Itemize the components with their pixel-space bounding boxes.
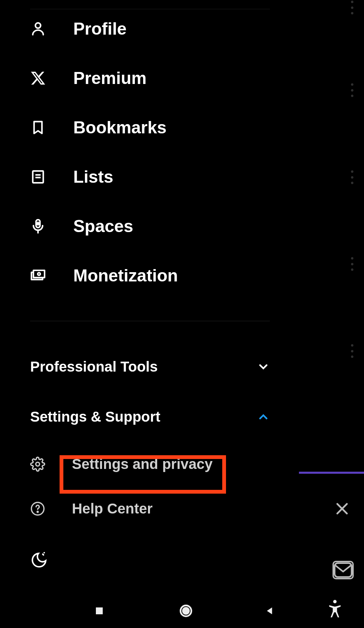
- svg-point-22: [333, 600, 337, 603]
- nav-label: Profile: [73, 19, 127, 39]
- svg-rect-10: [34, 270, 45, 278]
- svg-marker-21: [267, 607, 272, 614]
- nav-label: Premium: [73, 68, 147, 88]
- divider: [30, 9, 270, 9]
- menu-item-label: Help Center: [72, 500, 153, 517]
- svg-rect-18: [96, 607, 103, 614]
- mic-icon: [30, 218, 46, 234]
- more-options-icon[interactable]: [350, 344, 354, 358]
- chevron-up-icon: [257, 410, 270, 423]
- navigation-drawer: Profile Premium Bookmarks Lists: [0, 0, 271, 628]
- svg-point-20: [183, 608, 189, 614]
- nav-label: Spaces: [73, 216, 133, 236]
- moon-icon: [30, 564, 48, 570]
- x-logo-icon: [30, 70, 46, 86]
- accent-bar: [299, 472, 364, 474]
- nav-label: Bookmarks: [73, 118, 166, 137]
- nav-label: Lists: [73, 167, 113, 187]
- messages-button[interactable]: [332, 561, 354, 581]
- section-label: Settings & Support: [30, 409, 257, 425]
- square-icon: [94, 606, 104, 616]
- background-content: [270, 0, 364, 628]
- nav-item-spaces[interactable]: Spaces: [30, 202, 240, 251]
- recent-apps-button[interactable]: [94, 606, 104, 616]
- nav-item-premium[interactable]: Premium: [30, 53, 240, 103]
- gear-icon: [30, 457, 45, 472]
- nav-item-bookmarks[interactable]: Bookmarks: [30, 103, 240, 152]
- divider: [30, 321, 270, 321]
- home-button[interactable]: [179, 604, 193, 618]
- menu-item-label: Settings and privacy: [72, 456, 213, 472]
- chevron-down-icon: [257, 360, 270, 373]
- nav-item-monetization[interactable]: Monetization: [30, 251, 240, 300]
- accessibility-button[interactable]: [326, 599, 343, 620]
- theme-toggle-button[interactable]: [30, 551, 48, 570]
- svg-point-0: [35, 23, 40, 28]
- nav-label: Monetization: [73, 266, 178, 286]
- more-options-icon[interactable]: [350, 170, 354, 184]
- nav-item-profile[interactable]: Profile: [30, 4, 240, 53]
- primary-nav-list: Profile Premium Bookmarks Lists: [30, 0, 240, 300]
- bookmark-icon: [30, 120, 46, 135]
- close-icon: [334, 512, 350, 518]
- android-navigation-bar: [0, 594, 364, 628]
- nav-item-lists[interactable]: Lists: [30, 152, 240, 202]
- circle-icon: [179, 604, 193, 618]
- more-options-icon[interactable]: [350, 83, 354, 97]
- svg-point-12: [36, 462, 40, 466]
- back-button[interactable]: [264, 606, 275, 616]
- section-settings-support[interactable]: Settings & Support: [30, 392, 270, 442]
- menu-item-help-center[interactable]: Help Center: [30, 486, 240, 531]
- close-button[interactable]: [334, 500, 350, 518]
- menu-item-settings-privacy[interactable]: Settings and privacy: [30, 442, 240, 486]
- help-icon: [30, 501, 45, 516]
- more-options-icon[interactable]: [350, 1, 354, 14]
- mail-icon: [332, 575, 354, 580]
- person-icon: [30, 21, 46, 37]
- section-professional-tools[interactable]: Professional Tools: [30, 342, 270, 392]
- accessibility-icon: [326, 599, 343, 620]
- svg-point-14: [37, 511, 38, 512]
- section-label: Professional Tools: [30, 359, 257, 375]
- money-icon: [30, 268, 46, 283]
- list-icon: [30, 169, 46, 185]
- more-options-icon[interactable]: [350, 257, 354, 271]
- triangle-back-icon: [264, 606, 275, 616]
- svg-rect-17: [335, 563, 352, 577]
